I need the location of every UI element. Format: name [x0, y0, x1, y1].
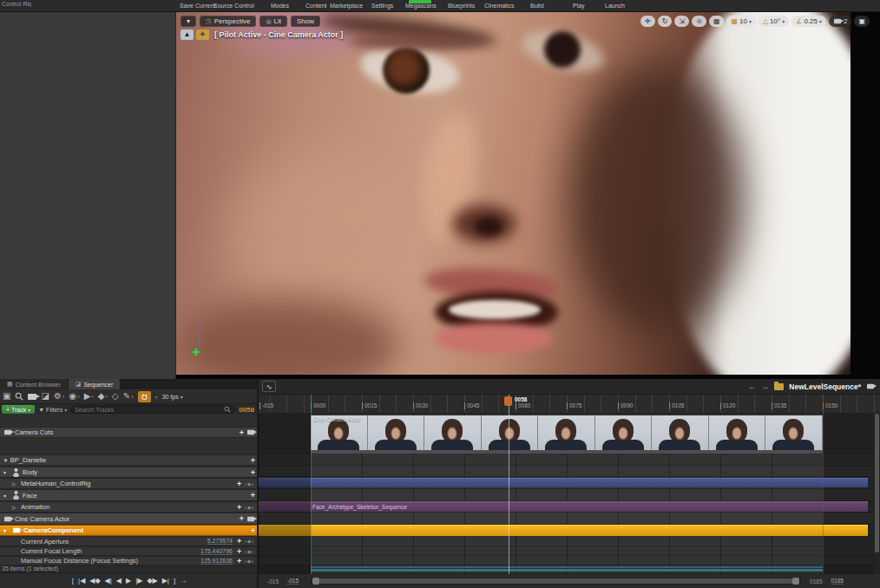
filters-button[interactable]: ▼Filters▾: [38, 407, 67, 413]
timeline-ruler[interactable]: -015 0000 0015 0030 0045 0060 0075 0090 …: [259, 395, 880, 414]
grid-snap-button[interactable]: ▦10▾: [726, 16, 755, 27]
translate-tool-button[interactable]: ✚: [640, 16, 655, 27]
source-control-button[interactable]: Source Control: [213, 3, 254, 9]
playback-range-end[interactable]: [823, 395, 824, 574]
add-key-button[interactable]: +: [237, 537, 241, 546]
next-keyframe-button[interactable]: ◆▶: [147, 577, 157, 585]
focal-length-value-field[interactable]: 175.440796: [200, 548, 233, 555]
scrollbar-handle-right[interactable]: [792, 578, 799, 585]
set-playback-start-button[interactable]: [: [72, 577, 74, 585]
content-button[interactable]: Content: [305, 3, 327, 9]
search-tracks-box[interactable]: [70, 405, 235, 414]
playhead-marker[interactable]: [504, 396, 512, 406]
add-section-button[interactable]: +: [251, 491, 255, 500]
camera-lock-button[interactable]: [247, 430, 254, 435]
track-row-bp-danielle[interactable]: ● BP_Danielle +: [0, 454, 259, 466]
playback-range-start[interactable]: [311, 395, 312, 574]
add-key-button[interactable]: +: [237, 547, 241, 556]
previous-frame-button[interactable]: ◀|: [105, 577, 112, 585]
lit-mode-button[interactable]: ◍Lit: [259, 16, 287, 27]
track-row-cine-camera-actor[interactable]: Cine Camera Actor +: [0, 513, 259, 525]
sequence-tools-button[interactable]: ⚙▾: [54, 391, 64, 402]
play-reverse-button[interactable]: ◀: [116, 577, 121, 585]
world-space-button[interactable]: ⊕: [692, 16, 706, 27]
keyframe-nav[interactable]: ◃◆▹: [244, 505, 255, 510]
timeline-vertical-scrollbar[interactable]: [874, 414, 880, 574]
search-tracks-input[interactable]: [75, 407, 221, 413]
current-frame-field[interactable]: 0058: [239, 406, 257, 414]
track-row-animation[interactable]: ▷ Animation + ◃◆▹: [0, 501, 259, 513]
loop-mode-button[interactable]: →: [180, 577, 187, 585]
track-row-body[interactable]: ▾ Body +: [0, 467, 259, 478]
auto-key-button[interactable]: ◇: [112, 391, 119, 402]
snapping-caret[interactable]: ▾: [155, 394, 158, 400]
camera-speed-button[interactable]: 2: [829, 16, 851, 27]
cinematics-button[interactable]: Cinematics: [484, 3, 515, 9]
search-button[interactable]: [15, 392, 23, 401]
sequence-camera-icon[interactable]: [867, 384, 874, 389]
keyframe-nav[interactable]: ◃◆▹: [244, 559, 255, 564]
add-track-button[interactable]: + Track▾: [2, 405, 35, 414]
clapperboard-button[interactable]: ◪: [41, 391, 49, 402]
play-forward-button[interactable]: ▶: [126, 577, 131, 585]
add-section-button[interactable]: +: [251, 456, 255, 465]
scale-snap-button[interactable]: ∠0.25▾: [791, 16, 826, 27]
forward-arrow-icon[interactable]: →: [761, 382, 769, 391]
back-arrow-icon[interactable]: ←: [748, 382, 756, 391]
scale-tool-button[interactable]: ⇲: [674, 16, 689, 27]
render-movie-button[interactable]: [28, 394, 36, 400]
add-section-button[interactable]: +: [251, 526, 255, 535]
track-row-face[interactable]: ▾ Face +: [0, 489, 259, 501]
focus-distance-value-field[interactable]: 125.912636: [200, 558, 233, 565]
tab-content-browser[interactable]: ▦Content Browser: [0, 379, 68, 389]
add-key-button[interactable]: +: [237, 480, 241, 488]
add-key-button[interactable]: +: [237, 557, 241, 565]
surface-snap-button[interactable]: ▦: [709, 16, 725, 27]
eject-pilot-button[interactable]: ▲: [181, 29, 194, 40]
keyframe-nav[interactable]: ◃◆▹: [244, 549, 255, 554]
camera-lock-button[interactable]: [247, 516, 254, 521]
collapse-arrow-icon[interactable]: ▷: [12, 480, 18, 487]
settings-button[interactable]: Settings: [371, 3, 393, 9]
save-sequence-button[interactable]: ▣: [3, 391, 10, 402]
rotate-tool-button[interactable]: ↻: [658, 16, 673, 27]
blueprints-button[interactable]: Blueprints: [448, 3, 475, 9]
rotation-snap-button[interactable]: △10°▾: [759, 16, 789, 27]
playback-options-button[interactable]: ▶▾: [84, 391, 94, 402]
keyframe-options-button[interactable]: ◆▾: [98, 391, 108, 402]
track-row-metahuman-controlrig[interactable]: ▷ MetaHuman_ControlRig + ◃◆▹: [0, 478, 259, 489]
aperture-value-field[interactable]: 5.279574: [207, 538, 233, 545]
to-end-button[interactable]: ▶|: [162, 577, 169, 585]
timeline-lanes[interactable]: Cine Camera Actor Face_Archetype_Skeleto…: [259, 414, 880, 574]
scrollbar-handle-left[interactable]: [312, 578, 319, 585]
to-front-button[interactable]: |◀: [78, 577, 85, 585]
playhead-line[interactable]: [509, 395, 509, 574]
edit-options-button[interactable]: ✎▾: [123, 391, 134, 402]
previous-keyframe-button[interactable]: ◀◆: [89, 577, 100, 585]
track-row-current-aperture[interactable]: Current Aperture 5.279574 +◃◆▹: [0, 536, 259, 546]
expand-arrow-icon[interactable]: ▾: [3, 493, 10, 499]
keyframe-nav[interactable]: ◃◆▹: [244, 481, 255, 487]
sequence-name[interactable]: NewLevelSequence*: [789, 382, 861, 391]
play-button[interactable]: Play: [573, 3, 585, 9]
viewport-maximize-button[interactable]: ▣: [854, 16, 870, 27]
add-section-button[interactable]: +: [240, 428, 244, 437]
scrollbar-thumb[interactable]: [875, 414, 879, 552]
add-section-button[interactable]: +: [251, 468, 255, 477]
fps-dropdown[interactable]: 30 fps▾: [162, 394, 183, 400]
timeline-zoom-scrollbar[interactable]: [311, 578, 801, 585]
camera-component-section-bar-selected[interactable]: [259, 525, 868, 536]
track-row-camera-component-selected[interactable]: ▾ CameraComponent +: [0, 525, 259, 536]
scene-actor-gizmo[interactable]: ✚: [192, 347, 200, 358]
collapse-arrow-icon[interactable]: ▷: [12, 504, 18, 510]
add-section-button[interactable]: +: [240, 514, 244, 523]
level-viewport[interactable]: ✚ ▾ ◳Perspective ◍Lit Show ▲ ✈ [ Pilot A…: [176, 12, 880, 379]
modes-button[interactable]: Modes: [271, 3, 289, 9]
save-current-button[interactable]: Save Current: [180, 3, 215, 9]
view-options-button[interactable]: ◉▾: [69, 391, 79, 402]
track-row-current-focal-length[interactable]: Current Focal Length 175.440796 +◃◆▹: [0, 546, 259, 556]
keyframe-nav[interactable]: ◃◆▹: [244, 539, 255, 544]
next-frame-button[interactable]: |▶: [135, 577, 142, 585]
viewport-options-button[interactable]: ▾: [181, 16, 196, 27]
launch-button[interactable]: Launch: [605, 3, 625, 9]
